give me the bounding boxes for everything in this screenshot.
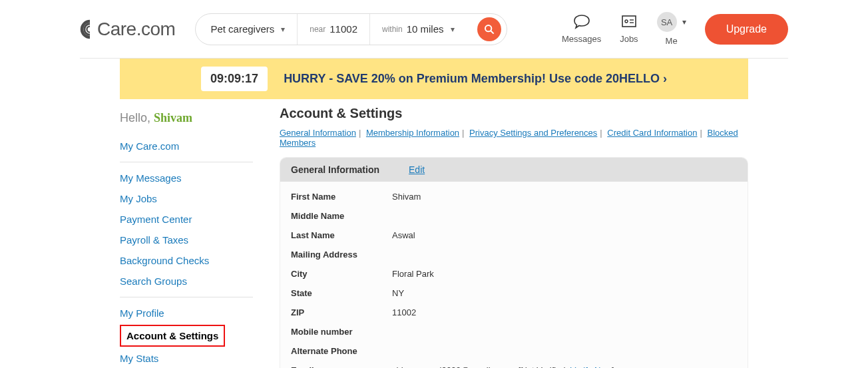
state-value: NY — [392, 288, 404, 298]
verify-now-link[interactable]: Verify Now — [570, 365, 612, 368]
svg-rect-2 — [622, 16, 636, 27]
sidebar-item-background-checks[interactable]: Background Checks — [120, 250, 253, 271]
sidebar-item-payroll-taxes[interactable]: Payroll & Taxes — [120, 230, 253, 250]
svg-point-3 — [625, 20, 628, 23]
header: Care.com Pet caregivers ▾ near 11002 wit… — [0, 0, 868, 58]
mobile-label: Mobile number — [291, 327, 392, 337]
sidebar-item-my-messages[interactable]: My Messages — [120, 168, 253, 188]
chevron-down-icon: ▾ — [451, 25, 455, 34]
search-button[interactable] — [477, 17, 501, 41]
sidebar-item-my-jobs[interactable]: My Jobs — [120, 188, 253, 209]
header-right: Messages Jobs SA ▾ Me — [562, 12, 788, 46]
city-value: Floral Park — [392, 269, 434, 279]
field-city: City Floral Park — [291, 264, 737, 283]
messages-icon — [573, 14, 590, 30]
jobs-nav[interactable]: Jobs — [620, 14, 638, 44]
first-name-value: Shivam — [392, 192, 421, 202]
middle-name-label: Middle Name — [291, 211, 392, 221]
field-alt-phone: Alternate Phone — [291, 341, 737, 361]
zip-label: ZIP — [291, 307, 392, 317]
email-status-prefix: [Not Verified. — [519, 365, 570, 368]
chevron-down-icon: ▾ — [682, 17, 686, 27]
sidebar: Hello, Shivam My Care.com My Messages My… — [120, 106, 253, 368]
mailing-label: Mailing Address — [291, 250, 392, 260]
state-label: State — [291, 288, 392, 298]
upgrade-button[interactable]: Upgrade — [705, 14, 788, 45]
svg-line-1 — [491, 31, 494, 34]
search-near-label: near — [310, 25, 326, 34]
sub-links: General Information| Membership Informat… — [280, 128, 748, 148]
zip-value: 11002 — [392, 307, 416, 317]
panel-header: General Information Edit — [280, 158, 748, 182]
link-membership-info[interactable]: Membership Information — [366, 128, 459, 138]
search-near[interactable]: near 11002 — [297, 14, 369, 45]
search-category[interactable]: Pet caregivers ▾ — [196, 14, 297, 45]
email-label: Email — [291, 365, 392, 368]
logo-text: Care.com — [97, 19, 175, 40]
hello-text: Hello, — [120, 111, 154, 124]
field-email: Email shivamaswal2022@gmail.com [Not Ver… — [291, 361, 737, 368]
messages-label: Messages — [562, 34, 601, 44]
promo-banner[interactable]: 09:09:17 HURRY - SAVE 20% on Premium Mem… — [120, 59, 748, 99]
panel-header-title: General Information — [291, 164, 379, 175]
email-status: [Not Verified. Verify Now] — [519, 365, 614, 368]
logo[interactable]: Care.com — [80, 19, 175, 40]
avatar: SA — [657, 12, 677, 32]
chevron-down-icon: ▾ — [281, 25, 285, 34]
hello-name: Shivam — [154, 111, 192, 124]
sidebar-item-my-profile[interactable]: My Profile — [120, 303, 253, 323]
jobs-icon — [621, 15, 637, 29]
promo-timer: 09:09:17 — [201, 67, 268, 91]
link-general-info[interactable]: General Information — [280, 128, 356, 138]
page-title: Account & Settings — [280, 106, 748, 121]
jobs-label: Jobs — [620, 34, 638, 44]
svg-point-0 — [485, 25, 491, 31]
field-mailing-address: Mailing Address — [291, 245, 737, 264]
link-credit-card[interactable]: Credit Card Information — [607, 128, 697, 138]
search-within-value: 10 miles — [407, 23, 444, 35]
field-last-name: Last Name Aswal — [291, 226, 737, 245]
alt-phone-label: Alternate Phone — [291, 346, 392, 356]
field-middle-name: Middle Name — [291, 206, 737, 226]
promo-text: HURRY - SAVE 20% on Premium Membership! … — [284, 72, 667, 86]
last-name-label: Last Name — [291, 230, 392, 240]
last-name-value: Aswal — [392, 230, 415, 240]
sidebar-item-my-care[interactable]: My Care.com — [120, 136, 253, 156]
field-state: State NY — [291, 283, 737, 303]
link-privacy[interactable]: Privacy Settings and Preferences — [469, 128, 597, 138]
search-near-value: 11002 — [329, 23, 357, 35]
search-icon — [484, 24, 495, 35]
email-status-suffix: ] — [612, 365, 614, 368]
field-mobile: Mobile number — [291, 322, 737, 341]
email-value: shivamaswal2022@gmail.com — [392, 365, 509, 368]
city-label: City — [291, 269, 392, 279]
messages-nav[interactable]: Messages — [562, 14, 601, 44]
hello-greeting: Hello, Shivam — [120, 111, 253, 125]
search-category-value: Pet caregivers — [210, 23, 274, 35]
first-name-label: First Name — [291, 192, 392, 202]
panel-body: First Name Shivam Middle Name Last Name … — [280, 182, 748, 368]
search-within[interactable]: within 10 miles ▾ — [369, 14, 467, 45]
sidebar-item-my-stats[interactable]: My Stats — [120, 348, 253, 368]
me-nav[interactable]: SA ▾ Me — [657, 12, 686, 46]
field-zip: ZIP 11002 — [291, 303, 737, 322]
sidebar-item-search-groups[interactable]: Search Groups — [120, 271, 253, 291]
search-within-label: within — [382, 25, 403, 34]
sidebar-item-payment-center[interactable]: Payment Center — [120, 209, 253, 230]
content: Account & Settings General Information| … — [280, 106, 748, 368]
field-first-name: First Name Shivam — [291, 187, 737, 206]
search-bar: Pet caregivers ▾ near 11002 within 10 mi… — [195, 13, 507, 45]
main: Hello, Shivam My Care.com My Messages My… — [0, 99, 868, 368]
edit-link[interactable]: Edit — [409, 164, 425, 175]
general-info-panel: General Information Edit First Name Shiv… — [280, 157, 748, 368]
sidebar-item-account-settings[interactable]: Account & Settings — [120, 325, 225, 347]
me-label: Me — [666, 36, 678, 46]
